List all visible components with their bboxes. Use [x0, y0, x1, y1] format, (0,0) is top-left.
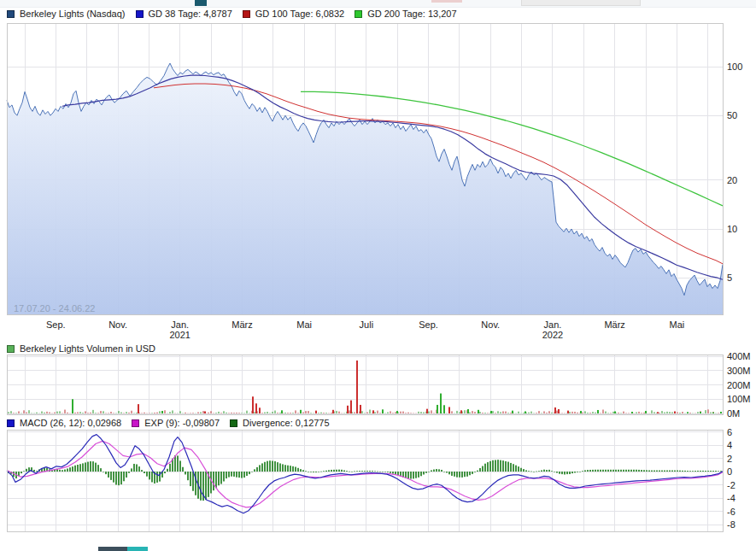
macd-panel: 6420-2-4-6-8 — [7, 427, 735, 532]
svg-text:-2: -2 — [727, 480, 735, 490]
svg-text:400M: 400M — [727, 351, 751, 361]
svg-text:Juli: Juli — [360, 319, 374, 330]
svg-text:März: März — [604, 319, 624, 330]
bottom-button-left — [98, 547, 127, 551]
svg-text:Sep.: Sep. — [46, 319, 66, 330]
bottom-button-fragment[interactable] — [98, 547, 148, 551]
stock-chart-svg: 1005020105Sep.Nov.Jan.MärzMaiJuliSep.Nov… — [0, 0, 756, 551]
svg-text:-6: -6 — [727, 507, 735, 517]
svg-text:Nov.: Nov. — [108, 319, 127, 330]
svg-text:100: 100 — [727, 62, 742, 72]
svg-text:50: 50 — [727, 110, 737, 120]
svg-text:200M: 200M — [727, 380, 751, 390]
svg-text:10: 10 — [727, 224, 737, 234]
svg-text:-8: -8 — [727, 519, 735, 530]
svg-text:0M: 0M — [727, 408, 740, 419]
date-range-watermark: 17.07.20 - 24.06.22 — [14, 303, 95, 314]
svg-text:März: März — [231, 319, 252, 330]
svg-text:0: 0 — [727, 466, 732, 477]
svg-text:2: 2 — [727, 454, 732, 464]
svg-text:5: 5 — [727, 273, 732, 283]
svg-text:4: 4 — [727, 440, 732, 450]
svg-text:Mai: Mai — [669, 319, 684, 330]
svg-text:Jan.: Jan. — [544, 319, 562, 330]
svg-text:-4: -4 — [727, 493, 735, 503]
volume-panel: 400M300M200M100M0M — [7, 351, 751, 419]
svg-text:2022: 2022 — [542, 330, 563, 340]
svg-text:Mai: Mai — [296, 319, 312, 330]
bottom-button-right — [127, 547, 148, 551]
svg-text:Nov.: Nov. — [481, 319, 500, 330]
svg-text:100M: 100M — [727, 394, 751, 404]
svg-text:Sep.: Sep. — [419, 319, 438, 330]
svg-text:Jan.: Jan. — [171, 319, 189, 330]
svg-text:300M: 300M — [727, 366, 751, 376]
svg-text:6: 6 — [727, 427, 732, 437]
svg-text:2021: 2021 — [170, 330, 190, 340]
price-panel: 1005020105 — [7, 23, 742, 314]
svg-text:20: 20 — [727, 175, 737, 185]
x-axis-labels: Sep.Nov.Jan.MärzMaiJuliSep.Nov.Jan.MärzM… — [46, 319, 684, 340]
